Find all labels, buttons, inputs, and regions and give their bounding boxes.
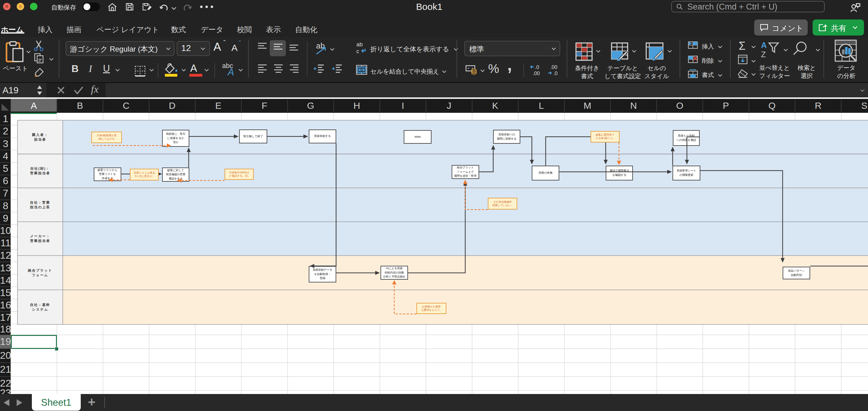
svg-text:.00: .00	[533, 70, 540, 76]
svg-text:.0: .0	[535, 65, 539, 70]
svg-text:c: c	[356, 48, 359, 55]
svg-text:Z: Z	[761, 50, 766, 59]
svg-text:.0: .0	[553, 70, 557, 76]
svg-text:ab: ab	[356, 41, 363, 47]
svg-text:A: A	[761, 41, 767, 50]
svg-text:.00: .00	[550, 65, 557, 70]
